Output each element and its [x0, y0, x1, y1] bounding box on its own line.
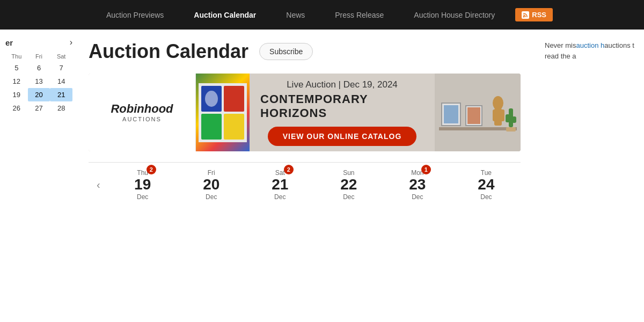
logo-main-text: Robinhood: [111, 102, 173, 116]
date-num: 19: [134, 177, 151, 193]
date-mon: Dec: [343, 193, 354, 201]
sidebar-text: Never misauction hauctions tread the a: [545, 40, 636, 61]
mini-cal-header: er ›: [5, 38, 72, 47]
banner-decor: [435, 74, 521, 151]
svg-rect-4: [201, 114, 222, 140]
date-item-thu19[interactable]: 2 Thu 19 Dec: [124, 169, 162, 201]
mini-cal-day[interactable]: 28: [50, 101, 72, 115]
date-strip: ‹ 2 Thu 19 Dec Fri 20 Dec 2 Sat 21: [89, 162, 521, 207]
banner-cta-button[interactable]: VIEW OUR ONLINE CATALOG: [268, 127, 417, 146]
mini-cal-day[interactable]: 14: [50, 75, 72, 88]
mini-calendar: er › Thu Fri Sat 5 6 7 12 13 14 19 20 21…: [0, 30, 78, 322]
svg-rect-19: [512, 116, 516, 123]
center-content: Auction Calendar Subscribe Robinhood AUC…: [78, 30, 537, 322]
svg-rect-3: [224, 86, 244, 112]
mini-cal-month: er: [5, 38, 13, 47]
mini-day-thu: Thu: [5, 52, 28, 61]
date-dow: Tue: [481, 169, 492, 177]
date-dow: Sun: [343, 169, 354, 177]
mini-cal-day[interactable]: 12: [5, 75, 28, 88]
auction-banner[interactable]: Robinhood AUCTIONS Live Auction | Dec 19…: [89, 74, 521, 151]
nav-news[interactable]: News: [271, 0, 320, 30]
date-item-tue24[interactable]: Tue 24 Dec: [467, 169, 505, 201]
mini-cal-day[interactable]: 5: [5, 61, 28, 75]
svg-rect-20: [506, 127, 516, 131]
nav-press-release[interactable]: Press Release: [320, 0, 399, 30]
date-mon: Dec: [412, 193, 423, 201]
date-num: 20: [203, 177, 219, 193]
date-num: 21: [272, 177, 288, 193]
title-row: Auction Calendar Subscribe: [89, 40, 521, 63]
mini-day-fri: Fri: [28, 52, 50, 61]
svg-rect-16: [500, 109, 504, 121]
main-nav: Auction Previews Auction Calendar News P…: [0, 0, 644, 30]
date-item-sun22[interactable]: Sun 22 Dec: [330, 169, 368, 201]
mini-cal-day[interactable]: 13: [28, 75, 50, 88]
date-num: 24: [478, 177, 494, 193]
mini-cal-day[interactable]: 7: [50, 61, 72, 75]
mini-cal-grid: Thu Fri Sat 5 6 7 12 13 14 19 20 21 26 2…: [5, 52, 72, 115]
logo-sub-text: AUCTIONS: [111, 116, 173, 123]
date-item-mon23[interactable]: 1 Mon 23 Dec: [399, 169, 436, 201]
sidebar-link[interactable]: auction h: [576, 41, 605, 49]
svg-point-6: [205, 91, 218, 107]
svg-rect-10: [444, 105, 458, 123]
page-title: Auction Calendar: [89, 40, 248, 63]
mini-cal-day-20[interactable]: 20: [28, 88, 50, 101]
svg-rect-8: [439, 127, 517, 130]
mini-cal-day[interactable]: 19: [5, 88, 28, 101]
rss-icon: [522, 11, 529, 19]
svg-point-0: [523, 16, 525, 17]
mini-day-sat: Sat: [50, 52, 72, 61]
mini-cal-next[interactable]: ›: [70, 38, 72, 47]
svg-rect-15: [493, 109, 497, 121]
banner-title: CONTEMPORARY HORIZONS: [260, 92, 424, 120]
date-num: 23: [409, 177, 426, 193]
date-mon: Dec: [206, 193, 217, 201]
svg-rect-5: [224, 114, 244, 140]
mini-cal-day[interactable]: 27: [28, 101, 50, 115]
banner-artwork: [196, 74, 250, 151]
date-item-sat21[interactable]: 2 Sat 21 Dec: [261, 169, 299, 201]
banner-logo: Robinhood AUCTIONS: [89, 74, 196, 151]
nav-auction-house-directory[interactable]: Auction House Directory: [399, 0, 510, 30]
date-mon: Dec: [274, 193, 286, 201]
date-item-fri20[interactable]: Fri 20 Dec: [193, 169, 230, 201]
date-mon: Dec: [480, 193, 492, 201]
date-strip-prev[interactable]: ‹: [89, 179, 108, 191]
date-num: 22: [340, 177, 357, 193]
date-dow: Fri: [208, 169, 215, 177]
banner-live-text: Live Auction | Dec 19, 2024: [287, 79, 398, 90]
svg-rect-12: [467, 107, 480, 124]
svg-rect-18: [506, 114, 510, 122]
nav-auction-previews[interactable]: Auction Previews: [91, 0, 179, 30]
date-badge-sat21: 2: [284, 165, 294, 174]
date-items: 2 Thu 19 Dec Fri 20 Dec 2 Sat 21 Dec: [108, 169, 521, 201]
date-badge-thu19: 2: [147, 165, 156, 174]
date-mon: Dec: [137, 193, 148, 201]
mini-cal-day[interactable]: 26: [5, 101, 28, 115]
main-content: er › Thu Fri Sat 5 6 7 12 13 14 19 20 21…: [0, 30, 644, 322]
right-sidebar: Never misauction hauctions tread the a: [537, 30, 644, 322]
rss-button[interactable]: RSS: [515, 8, 553, 21]
svg-point-13: [493, 96, 503, 110]
date-badge-mon23: 1: [421, 165, 431, 174]
banner-center: Live Auction | Dec 19, 2024 CONTEMPORARY…: [250, 74, 435, 151]
mini-cal-day-21[interactable]: 21: [50, 88, 72, 101]
nav-auction-calendar[interactable]: Auction Calendar: [179, 0, 271, 30]
subscribe-button[interactable]: Subscribe: [259, 43, 313, 60]
robinhood-logo: Robinhood AUCTIONS: [111, 102, 173, 123]
rss-label: RSS: [532, 11, 546, 19]
mini-cal-day[interactable]: 6: [28, 61, 50, 75]
